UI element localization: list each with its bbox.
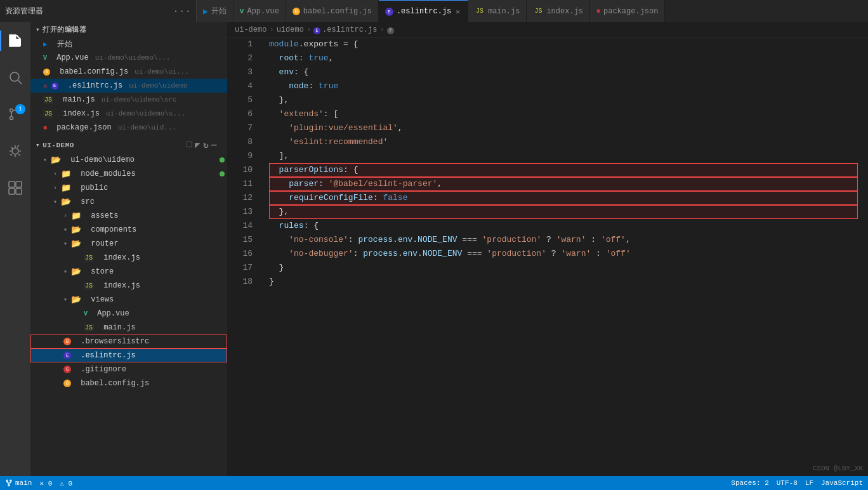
breadcrumb-item-1[interactable]: uidemo [277,25,304,34]
activity-explorer[interactable] [0,25,30,56]
tab-tab-babel[interactable]: Bbabel.config.js [286,0,379,22]
new-folder-icon[interactable]: ◤ [195,140,201,150]
tree-item-label: assets [91,211,118,220]
tree-item[interactable]: ▾📂 views [30,293,227,307]
svg-rect-9 [16,189,22,194]
line-number-17: 17 [233,261,253,275]
breadcrumb-item-3[interactable]: ? [387,25,396,34]
tree-item[interactable]: JS index.js [30,279,227,293]
git-branch[interactable]: main [5,479,32,487]
tree-item[interactable]: JS index.js [30,251,227,265]
tree-item-label: .gitignore [81,365,126,374]
tree-item-label: main.js [103,323,135,332]
tree-item[interactable]: ▾📂 src [30,195,227,209]
line-number-1: 1 [233,37,253,51]
status-right: Spaces: 2 UTF-8 LF JavaScript [731,479,863,487]
open-editors-header[interactable]: ▾ 打开的编辑器 [30,22,227,37]
tree-item[interactable]: ▾📂 components [30,223,227,237]
tree-item[interactable]: ▾📂 router [30,237,227,251]
tree-item[interactable]: ›📁 public [30,181,227,195]
tab-tab-app-vue[interactable]: VApp.vue [233,0,286,22]
language-info[interactable]: JavaScript [821,479,863,487]
js-icon: JS [43,110,53,118]
babel-icon: B [63,380,71,387]
code-line-7: 'plugin:vue/essential', [269,121,858,135]
warning-count[interactable]: ⚠ 0 [60,479,72,487]
collapse-icon[interactable]: — [211,140,217,150]
code-content: module.exports = { root: true, env: { no… [259,37,868,476]
file-path: ui-demo\ui... [135,68,189,76]
tree-item[interactable]: B .browserslistrc [30,334,227,348]
ui-demo-section: ▾ UI-DEMO □ ◤ ↻ — ▾📂 ui-demo\uidemo›📁 no… [30,137,227,390]
new-file-icon[interactable]: □ [187,140,192,150]
line-number-7: 7 [233,121,253,135]
tree-item[interactable]: ›📁 assets [30,209,227,223]
folder-closed-icon: 📁 [71,211,81,221]
line-number-10: 10 [233,163,253,177]
tabs-bar: ▶开始VApp.vueBbabel.config.jsE.eslintrc.js… [197,0,868,22]
tree-item[interactable]: B babel.config.js [30,376,227,390]
tab-label: 开始 [211,6,227,17]
activity-extensions[interactable] [0,173,30,203]
chevron-icon: ▾ [63,296,67,303]
file-label: index.js [63,109,100,118]
code-container[interactable]: 123456789101112131415161718 module.expor… [227,37,868,476]
file-path: ui-demo\uidemo [129,82,187,89]
breadcrumb-item-2[interactable]: E.eslintrc.js [313,25,377,34]
js-file-icon: JS [84,282,94,290]
tree-item[interactable]: V App.vue [30,307,227,321]
code-line-16: 'no-debugger': process.env.NODE_ENV === … [269,247,858,261]
tree-item[interactable]: ›📁 node_modules [30,167,227,181]
chevron-down-icon: ▾ [36,25,40,34]
chevron-icon: › [53,171,57,178]
ui-demo-header[interactable]: ▾ UI-DEMO □ ◤ ↻ — [30,137,227,153]
vue-file-icon: V [84,310,88,317]
open-file-item[interactable]: JS index.jsui-demo\uidemo\s... [30,107,227,121]
code-line-2: root: true, [269,51,858,65]
encoding-info[interactable]: UTF-8 [777,479,798,487]
title-bar-more[interactable]: ··· [173,6,191,17]
code-line-13: }, [269,205,858,219]
open-file-item[interactable]: JS main.jsui-demo\uidemo\src [30,93,227,107]
tree-item[interactable]: ▾📂 store [30,265,227,279]
tree-item-label: index.js [103,281,140,290]
file-path: ui-demo\uidemo\s... [106,110,185,117]
tab-tab-package[interactable]: ■package.json [590,0,665,22]
title-bar: 资源管理器 ··· [0,0,197,22]
tab-label: App.vue [247,7,279,16]
folder-actions: □ ◤ ↻ — [187,140,222,150]
folder-open-icon: 📂 [71,295,81,305]
indent-info[interactable]: Spaces: 2 [731,479,768,487]
ui-demo-label: UI-DEMO [43,142,74,149]
tree-item[interactable]: JS main.js [30,321,227,334]
open-file-item[interactable]: B babel.config.jsui-demo\ui... [30,65,227,79]
breadcrumb-item-0[interactable]: ui-demo [235,25,266,34]
line-number-9: 9 [233,149,253,163]
activity-source-control[interactable]: 1 [0,99,30,129]
open-file-item[interactable]: ✕E .eslintrc.jsui-demo\uidemo [30,79,227,93]
svg-rect-8 [9,189,15,194]
breadcrumb-sep: › [269,25,273,34]
open-file-item[interactable]: V App.vueui-demo\uidemo\... [30,51,227,65]
title-bar-title: 资源管理器 [5,6,43,17]
tree-item[interactable]: ▾📂 ui-demo\uidemo [30,153,227,167]
tab-close-btn[interactable]: ✕ [454,7,461,17]
tree-item[interactable]: E .eslintrc.js [30,348,227,362]
tab-tab-main[interactable]: JSmain.js [468,0,527,22]
tree-item[interactable]: G .gitignore [30,362,227,376]
refresh-icon[interactable]: ↻ [203,140,209,150]
open-file-item[interactable]: ■ package.jsonui-demo\uid... [30,121,227,135]
file-label: App.vue [56,53,88,62]
tab-tab-start[interactable]: ▶开始 [197,0,233,22]
tab-tab-index-js[interactable]: JSindex.js [527,0,590,22]
activity-debug[interactable] [0,136,30,166]
tree-item-label: App.vue [97,309,129,318]
line-ending-info[interactable]: LF [805,479,813,487]
tab-tab-eslintrc[interactable]: E.eslintrc.js✕ [379,0,468,22]
open-file-item[interactable]: ▶ 开始 [30,37,227,51]
eslint-bc-icon: E [313,27,320,34]
line-number-3: 3 [233,65,253,79]
vue-icon: V [43,55,47,62]
error-count[interactable]: ✕ 0 [39,479,52,487]
activity-search[interactable] [0,62,30,93]
